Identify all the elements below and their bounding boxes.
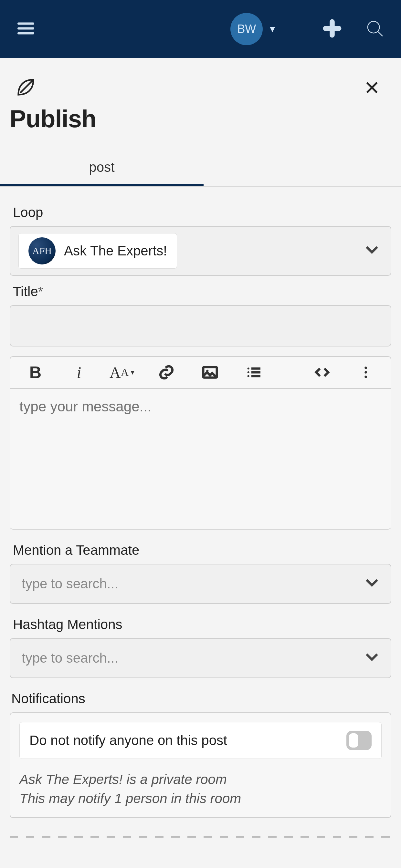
do-not-notify-toggle[interactable] <box>346 731 372 750</box>
do-not-notify-label: Do not notify anyone on this post <box>29 733 227 748</box>
loop-name: Ask The Experts! <box>64 243 167 259</box>
loop-select[interactable]: AFH Ask The Experts! <box>10 226 391 276</box>
link-button[interactable] <box>144 363 188 381</box>
close-icon[interactable]: ✕ <box>364 76 380 99</box>
loop-avatar: AFH <box>28 237 56 265</box>
hashtag-input[interactable] <box>19 641 382 676</box>
rich-text-editor: B i AA▼ <box>10 356 391 530</box>
leaf-icon <box>15 76 37 100</box>
image-button[interactable] <box>188 363 232 381</box>
svg-point-3 <box>247 368 249 369</box>
mention-input[interactable] <box>19 566 382 601</box>
more-options-icon[interactable] <box>344 363 388 381</box>
chevron-down-icon: ▼ <box>268 24 277 34</box>
user-avatar: BW <box>230 13 263 45</box>
font-size-button[interactable]: AA▼ <box>101 364 144 381</box>
title-label-text: Title <box>13 284 38 299</box>
editor-toolbar: B i AA▼ <box>10 357 391 389</box>
list-button[interactable] <box>232 363 275 381</box>
notifications-info-line1: Ask The Experts! is a private room <box>19 770 382 789</box>
notifications-info-line2: This may notify 1 person in this room <box>19 789 382 808</box>
publish-form: Loop AFH Ask The Experts! Title* B i AA▼ <box>0 187 401 838</box>
svg-point-7 <box>365 371 367 373</box>
section-divider <box>10 836 391 838</box>
search-icon[interactable] <box>365 19 385 40</box>
svg-point-8 <box>365 376 367 378</box>
mention-select[interactable] <box>10 564 391 604</box>
do-not-notify-row: Do not notify anyone on this post <box>19 722 382 759</box>
page-title: Publish <box>0 100 401 133</box>
chevron-down-icon <box>363 240 381 261</box>
panel-header: ✕ <box>0 58 401 100</box>
chevron-down-icon <box>363 647 381 669</box>
loop-selected-chip[interactable]: AFH Ask The Experts! <box>19 233 177 269</box>
svg-point-6 <box>365 367 367 369</box>
chevron-down-icon <box>363 573 381 594</box>
hashtag-label: Hashtag Mentions <box>13 617 391 632</box>
bold-button[interactable]: B <box>13 363 57 382</box>
svg-point-0 <box>368 21 379 33</box>
hashtag-select[interactable] <box>10 638 391 678</box>
notifications-label: Notifications <box>11 691 391 707</box>
user-menu[interactable]: BW ▼ <box>230 13 277 45</box>
loop-label: Loop <box>13 205 391 220</box>
notifications-card: Do not notify anyone on this post Ask Th… <box>10 712 391 818</box>
app-header: BW ▼ <box>0 0 401 58</box>
notifications-info: Ask The Experts! is a private room This … <box>19 770 382 808</box>
required-marker: * <box>38 284 43 299</box>
tabs: post <box>0 151 401 187</box>
hamburger-menu-icon[interactable] <box>16 19 35 39</box>
italic-button[interactable]: i <box>57 363 101 382</box>
svg-point-5 <box>247 375 249 377</box>
svg-point-4 <box>247 371 249 373</box>
add-icon[interactable] <box>322 19 342 40</box>
code-button[interactable] <box>300 363 344 381</box>
tab-post[interactable]: post <box>0 151 204 186</box>
message-textarea[interactable] <box>10 389 391 528</box>
title-input[interactable] <box>10 305 391 346</box>
title-label: Title* <box>13 284 391 299</box>
mention-label: Mention a Teammate <box>13 542 391 558</box>
